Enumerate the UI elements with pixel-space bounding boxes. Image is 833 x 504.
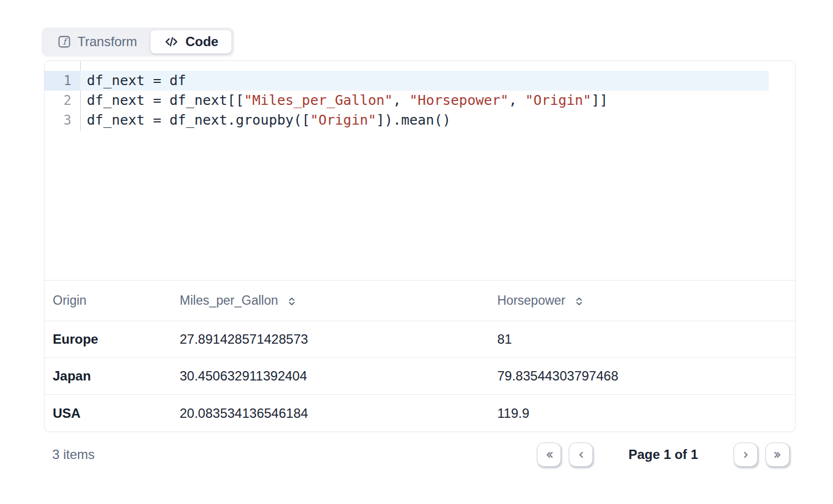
last-page-button[interactable] <box>765 443 790 467</box>
code-line[interactable]: 2df_next = df_next[["Miles_per_Gallon", … <box>45 91 795 110</box>
svg-text:f: f <box>63 37 69 47</box>
chevron-right-icon <box>740 449 752 461</box>
value-cell: 119.9 <box>497 406 795 421</box>
column-header-origin: Origin <box>45 293 180 308</box>
value-cell: 81 <box>497 332 795 347</box>
code-token: ]] <box>591 92 608 108</box>
table-header-row: OriginMiles_per_GallonHorsepower <box>45 281 795 321</box>
column-header-label: Miles_per_Gallon <box>180 293 278 308</box>
sort-icon[interactable] <box>286 296 297 307</box>
tab-code[interactable]: Code <box>150 30 232 54</box>
column-header-horsepower[interactable]: Horsepower <box>497 293 795 308</box>
string-token: "Origin" <box>525 92 591 108</box>
code-token: df_next = df <box>87 72 186 88</box>
code-lines[interactable]: 1df_next = df2df_next = df_next[["Miles_… <box>45 61 795 130</box>
table-row[interactable]: Europe27.89142857142857381 <box>45 321 795 358</box>
string-token: "Origin" <box>310 112 376 128</box>
code-line[interactable]: 3df_next = df_next.groupby(["Origin"]).m… <box>45 110 795 130</box>
table-row[interactable]: USA20.083534136546184119.9 <box>45 395 795 432</box>
tab-transform-label: Transform <box>77 30 137 54</box>
column-header-label: Origin <box>53 293 86 308</box>
code-text[interactable]: df_next = df_next[["Miles_per_Gallon", "… <box>80 91 769 110</box>
line-number: 3 <box>45 110 80 130</box>
row-index-cell: USA <box>45 406 180 421</box>
line-number: 1 <box>45 71 80 91</box>
value-cell: 79.83544303797468 <box>497 368 795 384</box>
previous-page-button[interactable] <box>569 443 593 467</box>
code-line[interactable]: 1df_next = df <box>45 71 795 91</box>
row-index-cell: Europe <box>45 332 180 347</box>
string-token: "Miles_per_Gallon" <box>244 92 393 108</box>
code-text[interactable]: df_next = df <box>80 71 769 91</box>
code-token: df_next = df_next[[ <box>87 92 244 108</box>
table-footer: 3 items Page 1 of 1 <box>44 433 796 477</box>
line-number: 2 <box>45 91 80 110</box>
tab-transform[interactable]: f Transform <box>44 30 150 54</box>
pagination: Page 1 of 1 <box>537 443 796 467</box>
sort-icon[interactable] <box>574 296 585 307</box>
value-cell: 30.450632911392404 <box>180 368 497 384</box>
row-index-cell: Japan <box>45 368 180 384</box>
value-cell: 27.891428571428573 <box>180 332 497 347</box>
value-cell: 20.083534136546184 <box>180 406 497 421</box>
next-page-button[interactable] <box>734 443 758 467</box>
column-header-miles_per_gallon[interactable]: Miles_per_Gallon <box>180 293 497 308</box>
function-icon: f <box>57 35 71 49</box>
view-tab-bar: f Transform Code <box>42 27 234 56</box>
code-brackets-icon <box>164 34 179 49</box>
result-table: OriginMiles_per_GallonHorsepower Europe2… <box>44 281 796 432</box>
chevron-left-icon <box>575 449 587 461</box>
code-token: df_next = df_next.groupby([ <box>87 112 310 128</box>
code-text[interactable]: df_next = df_next.groupby(["Origin"]).me… <box>80 110 769 130</box>
code-token: , <box>509 92 525 108</box>
page-indicator: Page 1 of 1 <box>601 447 726 462</box>
code-token: , <box>393 92 409 108</box>
tab-code-label: Code <box>185 30 218 54</box>
column-header-label: Horsepower <box>497 293 565 308</box>
code-token: ]).mean() <box>376 112 451 128</box>
double-chevron-left-icon <box>543 449 556 461</box>
table-row[interactable]: Japan30.45063291139240479.83544303797468 <box>45 358 795 395</box>
items-count: 3 items <box>44 447 95 462</box>
string-token: "Horsepower" <box>409 92 509 108</box>
first-page-button[interactable] <box>537 443 561 467</box>
table-body: Europe27.89142857142857381Japan30.450632… <box>45 321 795 432</box>
double-chevron-right-icon <box>771 449 784 461</box>
code-editor[interactable]: 1df_next = df2df_next = df_next[["Miles_… <box>44 60 796 281</box>
